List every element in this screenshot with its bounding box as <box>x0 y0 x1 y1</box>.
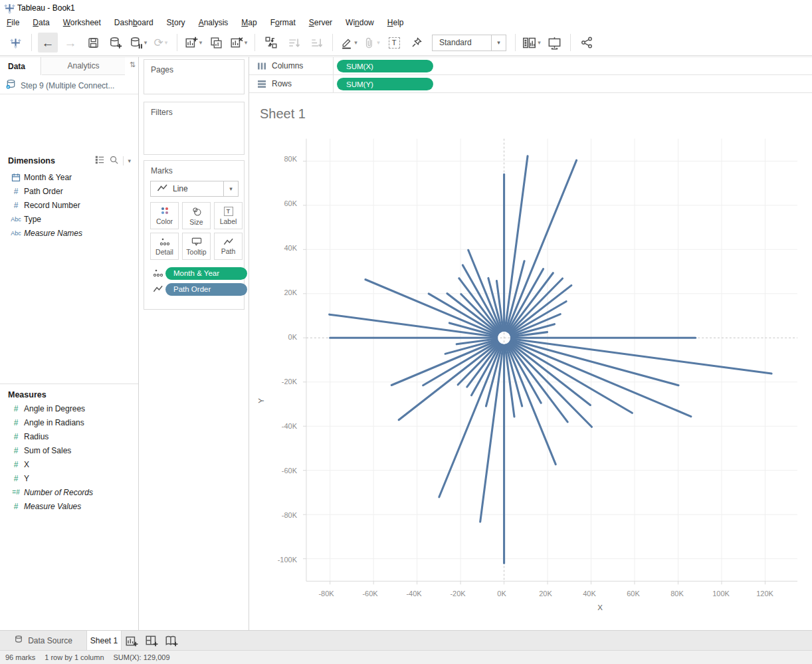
menu-data[interactable]: Data <box>26 16 56 29</box>
pane-menu-caret-icon[interactable]: ▾ <box>128 158 131 164</box>
marks-label-button[interactable]: T Label <box>214 202 243 229</box>
chart-ray[interactable] <box>511 341 691 417</box>
new-worksheet-button[interactable]: ▾ <box>183 33 203 53</box>
menu-help[interactable]: Help <box>381 16 411 29</box>
marks-path-button[interactable]: Path <box>214 233 243 260</box>
text-label-icon: T <box>389 37 400 49</box>
pages-shelf[interactable]: Pages <box>144 59 245 94</box>
pill-month-year[interactable]: Month & Year <box>165 267 247 280</box>
rows-shelf[interactable]: Rows SUM(Y) <box>249 75 812 93</box>
chart-ray[interactable] <box>439 344 502 497</box>
pill-path-order[interactable]: Path Order <box>165 283 247 296</box>
detail-icon <box>151 269 165 278</box>
search-icon[interactable] <box>109 155 119 167</box>
tab-sheet-1[interactable]: Sheet 1 <box>87 631 122 650</box>
show-me-button[interactable]: ▾ <box>522 33 542 53</box>
marks-detail-button[interactable]: Detail <box>150 233 179 260</box>
marks-tooltip-button[interactable]: Tooltip <box>182 233 211 260</box>
radial-chart[interactable] <box>302 137 802 588</box>
field-radius[interactable]: # Radius <box>0 429 138 443</box>
marks-buttons: Color SizeT Label Detail Tooltip Path <box>150 202 243 260</box>
y-tick-label: -80K <box>264 511 297 519</box>
filters-shelf[interactable]: Filters <box>144 102 245 155</box>
new-worksheet-tab-button[interactable] <box>122 631 142 650</box>
calendar-icon <box>8 173 24 182</box>
chart-ray[interactable] <box>509 343 591 427</box>
field-x[interactable]: # X <box>0 457 138 471</box>
field-path-order[interactable]: # Path Order <box>0 184 138 198</box>
sort-descending-button[interactable] <box>306 33 326 53</box>
field-record-number[interactable]: # Record Number <box>0 198 138 212</box>
field-sum-of-sales[interactable]: # Sum of Sales <box>0 443 138 457</box>
pill-sum-x[interactable]: SUM(X) <box>337 60 433 72</box>
menu-dashboard[interactable]: Dashboard <box>108 16 160 29</box>
chart-ray[interactable] <box>510 342 590 405</box>
fix-axes-button[interactable] <box>407 33 427 53</box>
filters-label: Filters <box>144 102 244 117</box>
marks-card: Marks Line ▾ Color SizeT Label Detail To… <box>144 160 245 310</box>
tab-analytics[interactable]: Analytics <box>42 57 125 75</box>
presentation-mode-button[interactable] <box>544 33 564 53</box>
tab-data-source[interactable]: Data Source <box>0 631 87 650</box>
tab-data[interactable]: Data <box>0 57 41 75</box>
highlight-button[interactable]: ▾ <box>339 33 359 53</box>
new-data-source-button[interactable] <box>106 33 126 53</box>
data-source-tab-label: Data Source <box>28 636 72 645</box>
sort-ascending-button[interactable] <box>284 33 304 53</box>
menu-analysis[interactable]: Analysis <box>192 16 235 29</box>
collapse-pane-icon[interactable]: ⇅ <box>130 60 136 69</box>
group-members-button[interactable]: ▾ <box>361 33 381 53</box>
paperclip-icon <box>363 37 375 49</box>
chart-ray[interactable] <box>507 344 556 464</box>
duplicate-sheet-button[interactable] <box>206 33 226 53</box>
mark-type-caret-icon[interactable]: ▾ <box>223 181 238 196</box>
field-measure-values[interactable]: # Measure Values <box>0 499 138 513</box>
pause-auto-updates-button[interactable]: ▾ <box>128 33 148 53</box>
undo-button[interactable]: ← <box>38 33 58 53</box>
share-button[interactable] <box>577 33 597 53</box>
chart-ray[interactable] <box>508 344 567 422</box>
menu-format[interactable]: Format <box>264 16 302 29</box>
sheet-title: Sheet 1 <box>260 106 306 122</box>
menu-worksheet[interactable]: Worksheet <box>56 16 108 29</box>
chart-ray[interactable] <box>507 160 577 331</box>
field-number-of-records[interactable]: =# Number of Records <box>0 485 138 499</box>
new-dashboard-tab-icon <box>145 634 158 647</box>
show-mark-labels-button[interactable]: T <box>384 33 404 53</box>
tableau-logo-button[interactable] <box>5 33 25 53</box>
save-button[interactable] <box>83 33 103 53</box>
field-angle-in-radians[interactable]: # Angle in Radians <box>0 415 138 429</box>
new-dashboard-tab-button[interactable] <box>142 631 161 650</box>
chart-ray[interactable] <box>480 345 503 522</box>
run-update-button[interactable]: ⟳▾ <box>151 33 171 53</box>
menu-window[interactable]: Window <box>339 16 381 29</box>
field-type[interactable]: Abc Type <box>0 212 138 226</box>
redo-button[interactable]: → <box>60 33 80 53</box>
menu-map[interactable]: Map <box>235 16 263 29</box>
menu-story[interactable]: Story <box>160 16 192 29</box>
chart-ray[interactable] <box>505 156 528 331</box>
menu-file[interactable]: File <box>0 16 26 29</box>
fit-select[interactable]: Standard ▾ <box>432 35 506 51</box>
new-story-tab-button[interactable] <box>161 631 181 650</box>
y-axis-title[interactable]: Y <box>257 398 265 403</box>
field-measure-names[interactable]: Abc Measure Names <box>0 226 138 240</box>
swap-rows-columns-button[interactable] <box>261 33 281 53</box>
mark-type-select[interactable]: Line ▾ <box>150 181 239 197</box>
field-y[interactable]: # Y <box>0 471 138 485</box>
field-angle-in-degrees[interactable]: # Angle in Degrees <box>0 401 138 415</box>
fit-caret-icon[interactable]: ▾ <box>491 35 506 51</box>
marks-color-button[interactable]: Color <box>150 202 179 229</box>
view-data-grid-icon[interactable] <box>95 155 105 167</box>
field-month-year[interactable]: Month & Year <box>0 170 138 184</box>
chart-ray[interactable] <box>365 280 498 336</box>
clear-sheet-button[interactable]: ▾ <box>229 33 249 53</box>
label-icon: T <box>224 207 233 216</box>
pill-sum-y[interactable]: SUM(Y) <box>337 78 433 90</box>
menu-server[interactable]: Server <box>302 16 339 29</box>
marks-size-button[interactable]: Size <box>182 202 211 229</box>
data-source-item[interactable]: Step 9 (Multiple Connect... <box>0 77 138 94</box>
columns-shelf[interactable]: Columns SUM(X) <box>249 57 812 75</box>
x-axis-title[interactable]: X <box>580 604 620 611</box>
chart-ray[interactable] <box>510 285 571 333</box>
